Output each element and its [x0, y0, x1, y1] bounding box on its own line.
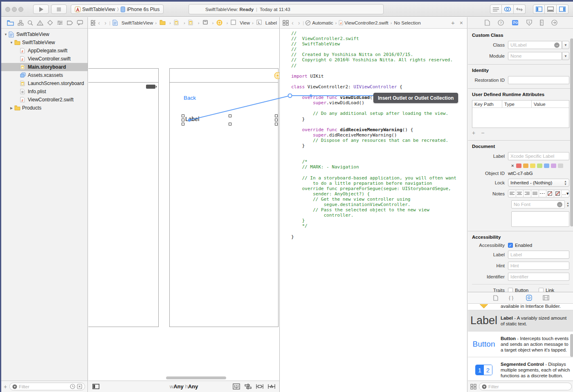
checkbox[interactable] [539, 288, 544, 292]
storyboard-label[interactable]: Label [185, 116, 199, 122]
jumpbar-file[interactable]: ViewController2.swift [344, 20, 388, 25]
identity-inspector-tab-icon[interactable] [512, 20, 519, 26]
selection-handle[interactable] [182, 119, 184, 121]
more-options-icon[interactable]: …▾ [562, 190, 569, 197]
font-field[interactable]: No Font → [511, 200, 565, 208]
runtime-attributes-table[interactable]: Key Path Type Value [472, 100, 569, 128]
a11y-hint-field[interactable]: Hint [508, 262, 569, 270]
selection-handle[interactable] [275, 123, 278, 125]
color-swatch[interactable] [523, 164, 528, 168]
test-navigator-icon[interactable] [47, 20, 53, 26]
file-inspector-tab-icon[interactable] [485, 20, 490, 26]
related-items-icon[interactable] [91, 20, 95, 26]
view-controller-icon[interactable] [274, 72, 279, 79]
trait-link[interactable]: Link [539, 288, 569, 292]
accessibility-enabled-checkbox[interactable]: ✓ [508, 243, 513, 248]
breadcrumb-item[interactable]: SwiftTableView [112, 20, 153, 26]
color-swatch[interactable] [544, 164, 549, 168]
back-history-button[interactable]: ‹ [97, 20, 102, 26]
selection-handle[interactable] [229, 123, 231, 125]
selection-handle[interactable] [275, 114, 278, 117]
inspector-toggle-button[interactable] [557, 4, 569, 14]
back-history-button[interactable]: ‹ [290, 20, 295, 26]
disclosure-triangle-icon[interactable]: ▶ [9, 106, 13, 110]
library-item-partial[interactable]: available in Interface Builder. [468, 304, 573, 310]
version-editor-button[interactable] [514, 4, 526, 14]
resolve-autolayout-icon[interactable] [268, 384, 275, 389]
issue-navigator-icon[interactable] [37, 20, 43, 26]
align-button-icon[interactable] [245, 383, 252, 390]
stop-button[interactable] [51, 4, 67, 14]
breadcrumb-item[interactable]: View [230, 20, 250, 26]
library-scrollbar[interactable] [570, 334, 573, 357]
close-window-button[interactable] [5, 7, 10, 12]
navigator-filter-field[interactable]: Filter [9, 383, 85, 390]
forward-history-button[interactable]: › [297, 20, 302, 26]
breakpoint-navigator-icon[interactable] [67, 20, 73, 25]
canvas-horizontal-scrollbar[interactable] [166, 376, 226, 379]
selection-handle[interactable] [182, 123, 184, 125]
class-field[interactable]: UILabel → ▼ [508, 41, 562, 49]
library-item-button[interactable]: ButtonButton - Intercepts touch events a… [468, 332, 573, 357]
file-row-main-storyboard[interactable]: Main.storyboard [1, 63, 88, 71]
library-item-segmented-control[interactable]: 12Segmented Control - Displays multiple … [468, 357, 573, 381]
debug-navigator-icon[interactable] [57, 20, 63, 25]
a11y-identifier-field[interactable]: Identifier [508, 273, 569, 281]
scheme-selector[interactable]: SwiftTableView 〉 iPhone 6s Plus [71, 4, 164, 14]
selection-handle[interactable] [229, 114, 231, 117]
align-right-icon[interactable] [524, 190, 531, 197]
assistant-editor-button[interactable] [502, 4, 514, 14]
file-row-launchscreen-storyboard[interactable]: LaunchScreen.storyboard [1, 79, 88, 87]
add-assistant-editor-button[interactable]: + [451, 19, 455, 26]
color-swatch[interactable] [530, 164, 535, 168]
no-border-icon[interactable] [546, 190, 554, 197]
no-color-swatch[interactable]: × [511, 163, 514, 168]
remove-attribute-button[interactable]: − [481, 130, 484, 136]
file-row-viewcontroller2-swift[interactable]: ViewController2.swift [1, 96, 88, 104]
file-row-appdelegate-swift[interactable]: AppDelegate.swift [1, 47, 88, 55]
inspector-scrollbar[interactable] [570, 38, 573, 226]
view-controller-2[interactable]: Back Label [169, 68, 279, 327]
color-swatch[interactable] [551, 164, 556, 168]
symbol-navigator-icon[interactable] [18, 20, 24, 26]
library-item-label[interactable]: LabelLabel - A variably sized amount of … [468, 310, 573, 332]
pin-button-icon[interactable] [256, 384, 263, 389]
dashes-icon[interactable] [539, 190, 547, 197]
library-filter-field[interactable]: Filter [479, 383, 572, 390]
file-row-swifttableview[interactable]: ▼SwiftTableView [1, 30, 88, 38]
forward-history-button[interactable]: › [103, 20, 108, 26]
notes-textarea[interactable] [511, 211, 569, 227]
selection-handle[interactable] [182, 114, 184, 117]
checkbox[interactable] [508, 288, 513, 292]
breadcrumb-item[interactable] [202, 20, 210, 26]
recent-files-icon[interactable] [70, 384, 75, 389]
a11y-label-field[interactable]: Label [508, 251, 569, 259]
minimize-window-button[interactable] [12, 7, 17, 12]
trait-button[interactable]: Button [508, 288, 539, 292]
disclosure-triangle-icon[interactable]: ▼ [4, 33, 8, 36]
breadcrumb-item[interactable]: LLabel [256, 20, 277, 26]
navigator-toggle-button[interactable] [533, 4, 545, 14]
related-items-icon[interactable] [283, 20, 289, 26]
back-button[interactable]: Back [184, 95, 196, 101]
jumpbar-selection[interactable]: No Selection [394, 20, 420, 25]
color-swatch[interactable] [537, 164, 542, 168]
object-library-icon[interactable] [526, 295, 532, 301]
lock-popup[interactable]: Inherited - (Nothing) ▲▼ [508, 179, 569, 187]
attributes-inspector-tab-icon[interactable] [526, 20, 532, 26]
jumpbar-mode[interactable]: Automatic [312, 20, 333, 25]
align-justify-icon[interactable] [531, 190, 539, 197]
code-snippet-library-icon[interactable]: { } [509, 295, 515, 300]
run-button[interactable] [33, 4, 49, 14]
file-row-viewcontroller-swift[interactable]: ViewController.swift [1, 55, 88, 63]
project-navigator-icon[interactable] [7, 20, 14, 26]
file-row-swifttableview[interactable]: ▼SwiftTableView [1, 38, 88, 47]
font-panel-icon[interactable]: → [557, 202, 562, 207]
document-outline-toggle-icon[interactable] [92, 384, 99, 389]
disclosure-triangle-icon[interactable]: ▼ [9, 41, 13, 45]
module-combo-chevron[interactable]: ▼ [562, 52, 569, 60]
class-combo-chevron[interactable]: ▼ [562, 41, 569, 49]
no-fill-icon[interactable] [554, 190, 562, 197]
file-row-assets-xcassets[interactable]: Assets.xcassets [1, 71, 88, 79]
storyboard-canvas[interactable]: Back Label [88, 29, 279, 381]
